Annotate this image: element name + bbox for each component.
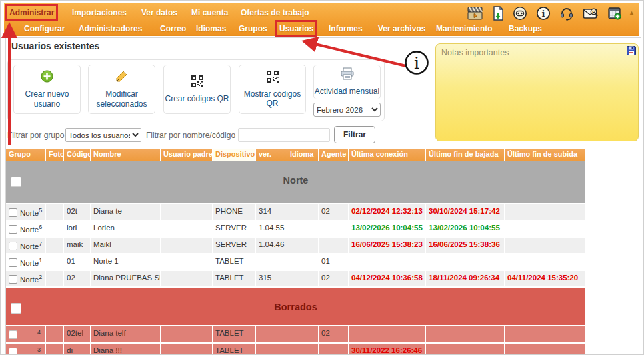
row-group-name: Norte	[20, 226, 39, 234]
nav-ver-datos[interactable]: Ver datos	[141, 8, 177, 17]
cell-grupo: Norte1	[6, 254, 46, 270]
column-header-ultimo_fin_bajada[interactable]: Último fin de bajada	[426, 149, 505, 161]
cell-nombre: Diana PRUEBAS SF	[91, 271, 161, 286]
nav-grupos[interactable]: Grupos	[239, 24, 267, 33]
cell-agente	[319, 221, 349, 236]
monthly-activity-button[interactable]: Actividad mensual	[313, 65, 381, 99]
collapse-up-caret[interactable]: ▲	[629, 9, 635, 16]
cell-ultimo_fin_bajada: 18/11/2024 09:26:34	[426, 271, 505, 286]
nav-administradores[interactable]: Administradores	[79, 24, 142, 33]
video-clapperboard-icon[interactable]	[467, 6, 483, 21]
column-header-agente[interactable]: Agente	[319, 149, 349, 161]
row-checkbox[interactable]	[9, 275, 17, 284]
cell-usuario_padre	[161, 271, 213, 286]
cell-ultima_conexion	[349, 254, 426, 270]
cell-dispositivo: SERVER	[213, 238, 256, 253]
cell-agente: 01	[319, 254, 349, 270]
cell-codigo: di	[64, 344, 91, 355]
column-header-foto[interactable]: Foto	[46, 149, 64, 161]
column-header-ultima_conexion[interactable]: Última conexión	[349, 149, 426, 161]
document-download-icon[interactable]	[492, 6, 504, 21]
column-header-dispositivo[interactable]: Dispositivo	[213, 149, 256, 161]
column-header-grupo[interactable]: Grupo	[6, 149, 46, 161]
nav-mantenimiento[interactable]: Mantenimiento	[436, 24, 493, 33]
nav-mi-cuenta[interactable]: Mi cuenta	[191, 8, 228, 17]
nav-correo[interactable]: Correo	[160, 24, 186, 33]
table-row: 402telDiana telfTABLET02	[6, 326, 585, 342]
headset-support-icon[interactable]	[559, 6, 574, 21]
filter-name-label: Filtrar por nombre/código	[146, 131, 235, 140]
column-header-ultimo_fin_subida[interactable]: Último fin de subida	[505, 149, 585, 161]
nav-administrar[interactable]: Administrar	[9, 8, 54, 17]
cell-ver: 314	[256, 204, 287, 220]
column-header-ver[interactable]: ver.	[256, 149, 287, 161]
row-checkbox[interactable]	[9, 348, 17, 355]
printer-icon	[340, 67, 355, 83]
cell-foto	[46, 238, 64, 253]
group-band-norte: Norte	[6, 161, 585, 203]
table-row: Norte6loriLorienSERVER1.04.5513/02/2026 …	[6, 221, 585, 236]
monthly-activity-label: Actividad mensual	[315, 87, 379, 96]
row-group-superscript: 3	[37, 346, 41, 353]
row-checkbox[interactable]	[9, 225, 17, 234]
nav-informes[interactable]: Informes	[329, 24, 363, 33]
cell-ver: 315	[256, 271, 287, 286]
filter-group-select[interactable]: Todos los usuarios	[65, 128, 141, 142]
filter-button[interactable]: Filtrar	[334, 126, 375, 143]
row-checkbox[interactable]	[9, 330, 17, 339]
cell-grupo: Norte7	[6, 238, 46, 253]
nav-ver-archivos[interactable]: Ver archivos	[378, 24, 425, 33]
row-group-name: Norte	[20, 276, 39, 284]
cell-idioma	[287, 271, 319, 286]
cell-ultimo_fin_bajada	[426, 254, 505, 270]
cell-ultimo_fin_subida	[505, 344, 585, 355]
cell-dispositivo: TABLET	[213, 326, 256, 342]
cell-ultima_conexion: 13/02/2026 10:04:55	[349, 221, 426, 236]
cell-agente: 02	[319, 271, 349, 286]
nav-configurar[interactable]: Configurar	[24, 24, 65, 33]
add-icon	[41, 70, 53, 85]
cell-ultimo_fin_bajada	[426, 344, 505, 355]
calendar-add-icon[interactable]	[607, 6, 622, 21]
row-group-name: Norte	[20, 259, 39, 267]
nav-ofertas-de-trabajo[interactable]: Ofertas de trabajo	[241, 8, 309, 17]
cell-ultimo_fin_bajada: 13/02/2026 10:04:55	[426, 221, 505, 236]
cell-agente	[319, 238, 349, 253]
row-checkbox[interactable]	[9, 258, 17, 267]
row-checkbox[interactable]	[9, 242, 17, 250]
cell-codigo: 01	[64, 254, 91, 270]
qr-icon	[191, 75, 203, 90]
show-qr-button[interactable]: Mostrar códigos QR	[239, 65, 306, 114]
row-group-superscript: 5	[39, 207, 42, 214]
column-header-codigo[interactable]: Código	[64, 149, 91, 161]
notes-title: Notas importantes	[441, 48, 509, 57]
show-qr-label: Mostrar códigos QR	[239, 89, 305, 109]
nav-usuarios[interactable]: Usuarios	[279, 24, 313, 33]
cell-grupo: 3	[6, 344, 46, 355]
nav-backups[interactable]: Backups	[509, 24, 542, 33]
info-circle-icon[interactable]: i	[536, 6, 551, 21]
column-header-idioma[interactable]: Idioma	[287, 149, 319, 161]
create-qr-button[interactable]: Crear códigos QR	[163, 65, 231, 114]
users-table: GrupoFotoCódigoNombreUsuario padreDispos…	[6, 149, 585, 355]
nav-idiomas[interactable]: Idiomas	[196, 24, 226, 33]
important-notes-box[interactable]: Notas importantes	[435, 43, 639, 141]
cell-grupo: 4	[6, 326, 46, 342]
nav-importaciones[interactable]: Importaciones	[72, 8, 127, 17]
create-user-button[interactable]: Crear nuevo usuario	[13, 65, 81, 114]
filter-name-input[interactable]	[238, 128, 330, 142]
group-name-label: Borrados	[6, 302, 585, 312]
month-select[interactable]: Febrero 2026	[313, 103, 381, 117]
row-group-superscript: 4	[37, 329, 41, 336]
cell-codigo: maik	[64, 238, 91, 253]
column-header-usuario_padre[interactable]: Usuario padre	[161, 149, 213, 161]
column-header-nombre[interactable]: Nombre	[91, 149, 161, 161]
mail-search-icon[interactable]: P	[583, 6, 599, 21]
cell-agente	[319, 344, 349, 355]
modify-selected-button[interactable]: Modificar seleccionados	[88, 65, 155, 114]
save-floppy-icon[interactable]	[627, 46, 636, 58]
cell-ultima_conexion: 04/12/2024 10:36:58	[349, 271, 426, 286]
discord-icon[interactable]	[513, 6, 527, 21]
row-checkbox[interactable]	[9, 208, 17, 217]
table-row: 3diDiana !!!TABLET30/11/2022 16:26:46	[6, 344, 585, 355]
